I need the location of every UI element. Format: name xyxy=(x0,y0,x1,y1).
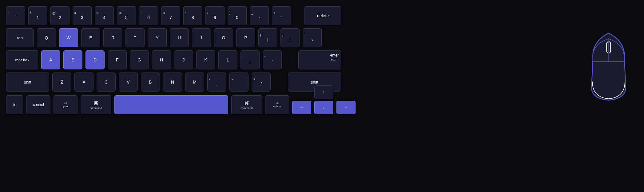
key-control[interactable]: control xyxy=(26,95,50,114)
key-1[interactable]: ! 1 xyxy=(28,6,47,25)
key-3[interactable]: # 3 xyxy=(73,6,92,25)
key-quote[interactable]: " ' xyxy=(263,50,282,69)
key-g[interactable]: G xyxy=(130,50,149,69)
key-period[interactable]: > . xyxy=(229,72,248,92)
key-s[interactable]: S xyxy=(63,50,82,69)
key-alt-left[interactable]: alt option xyxy=(54,95,78,114)
key-f[interactable]: F xyxy=(108,50,127,69)
key-4[interactable]: $ 4 xyxy=(95,6,114,25)
key-tab[interactable]: tab xyxy=(6,28,34,47)
key-alt-right[interactable]: alt option xyxy=(265,95,289,114)
key-m[interactable]: M xyxy=(185,72,204,92)
key-5[interactable]: % 5 xyxy=(117,6,136,25)
key-i[interactable]: I xyxy=(192,28,211,47)
key-b[interactable]: B xyxy=(141,72,160,92)
key-q[interactable]: Q xyxy=(37,28,56,47)
key-lbracket[interactable]: { [ xyxy=(258,28,277,47)
key-command-right[interactable]: ⌘ command xyxy=(231,95,262,114)
key-semicolon[interactable]: : ; xyxy=(241,50,260,69)
key-space[interactable] xyxy=(114,95,228,114)
key-k[interactable]: K xyxy=(196,50,215,69)
key-d[interactable]: D xyxy=(85,50,105,69)
key-fn[interactable]: fn xyxy=(6,95,23,114)
key-arrow-up[interactable]: ↑ xyxy=(314,85,333,99)
key-v[interactable]: V xyxy=(119,72,138,92)
key-n[interactable]: N xyxy=(163,72,182,92)
key-p[interactable]: P xyxy=(236,28,255,47)
key-tilde[interactable]: ~ ` xyxy=(6,6,25,25)
mouse-svg xyxy=(584,25,633,104)
key-backslash[interactable]: | \ xyxy=(303,28,322,47)
key-o[interactable]: O xyxy=(214,28,233,47)
key-comma[interactable]: < , xyxy=(207,72,226,92)
key-6[interactable]: ^ 6 xyxy=(139,6,158,25)
key-x[interactable]: X xyxy=(74,72,93,92)
key-7[interactable]: & 7 xyxy=(161,6,180,25)
key-u[interactable]: U xyxy=(170,28,189,47)
keyboard-layout: ~ ` ! 1 @ 2 # 3 $ 4 % 5 ^ 6 & 7 * 8 ( 9 … xyxy=(6,6,424,184)
key-a[interactable]: A xyxy=(41,50,60,69)
key-delete[interactable]: delete xyxy=(304,6,341,25)
key-shift-left[interactable]: shift xyxy=(6,72,49,92)
key-0[interactable]: ) 0 xyxy=(228,6,247,25)
key-minus[interactable]: _ - xyxy=(250,6,269,25)
key-arrow-left[interactable]: ← xyxy=(292,101,311,114)
key-h[interactable]: H xyxy=(152,50,171,69)
key-arrow-down[interactable]: ↓ xyxy=(314,101,333,114)
key-equals[interactable]: + = xyxy=(272,6,291,25)
key-z[interactable]: Z xyxy=(52,72,71,92)
key-2[interactable]: @ 2 xyxy=(50,6,70,25)
key-arrow-right[interactable]: → xyxy=(336,101,356,114)
key-y[interactable]: Y xyxy=(148,28,167,47)
key-l[interactable]: L xyxy=(218,50,237,69)
key-t[interactable]: T xyxy=(125,28,145,47)
key-command-left[interactable]: ⌘ command xyxy=(81,95,111,114)
key-e[interactable]: E xyxy=(81,28,100,47)
key-j[interactable]: J xyxy=(174,50,193,69)
key-w[interactable]: W xyxy=(59,28,78,47)
key-9[interactable]: ( 9 xyxy=(205,6,225,25)
key-8[interactable]: * 8 xyxy=(183,6,202,25)
key-r[interactable]: R xyxy=(103,28,122,47)
key-enter[interactable]: enter return xyxy=(298,50,341,69)
key-c[interactable]: C xyxy=(97,72,116,92)
mouse-illustration xyxy=(584,25,636,111)
key-slash[interactable]: ? / xyxy=(252,72,271,92)
key-rbracket[interactable]: } ] xyxy=(280,28,300,47)
key-capslock[interactable]: caps lock xyxy=(6,50,38,69)
